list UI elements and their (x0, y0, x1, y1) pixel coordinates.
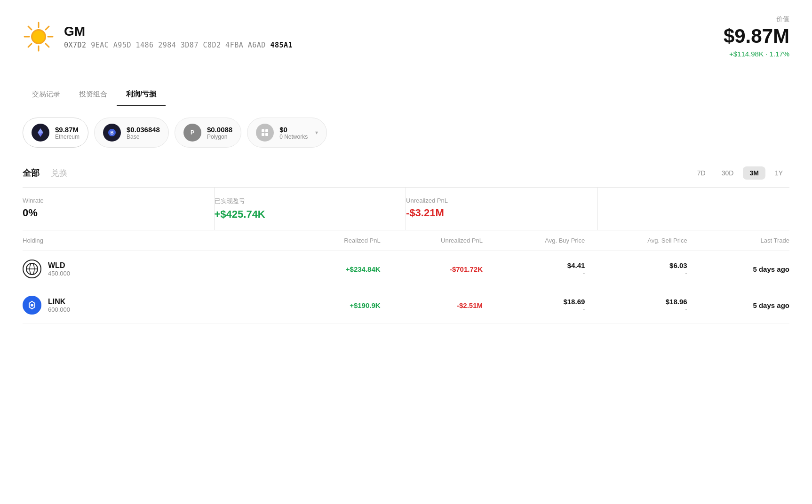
multi-name: 0 Networks (279, 134, 308, 140)
svg-line-6 (28, 26, 32, 30)
value-label: 价值 (724, 15, 789, 24)
link-amount: 600,000 (48, 306, 70, 313)
link-avg-sell-sub: - (585, 306, 687, 313)
wld-holding: WLD 450,000 (23, 260, 278, 278)
polygon-text: $0.0088 Polygon (207, 126, 232, 140)
link-avg-sell: $18.96 - (585, 298, 687, 313)
wld-realized-pnl: +$234.84K (278, 265, 380, 273)
wld-avg-buy-main: $4.41 (483, 261, 585, 269)
network-pills: $9.87M Ethereum B $0.036848 Base P (0, 106, 812, 159)
table-row: WLD 450,000 +$234.84K -$701.72K $4.41 - … (23, 251, 789, 287)
stat-winrate: Winrate 0% (23, 188, 215, 230)
tab-portfolio[interactable]: 投资组合 (70, 83, 117, 106)
th-last-trade: Last Trade (687, 237, 789, 244)
wld-unrealized-pnl: -$701.72K (381, 265, 483, 273)
wld-last-trade-val: 5 days ago (687, 265, 789, 273)
filter-exchange[interactable]: 兑换 (51, 167, 68, 179)
pill-ethereum[interactable]: $9.87M Ethereum (23, 118, 88, 148)
wld-amount: 450,000 (48, 270, 70, 277)
eth-icon (32, 124, 49, 142)
tabs-bar: 交易记录 投资组合 利润/亏损 (0, 83, 812, 106)
link-realized-pnl: +$190.9K (278, 301, 380, 309)
filter-left: 全部 兑换 (23, 167, 68, 179)
time-30d[interactable]: 30D (715, 166, 740, 180)
winrate-value: 0% (23, 207, 214, 219)
header-title: GM (64, 24, 293, 39)
th-realized: Realized PnL (278, 237, 380, 244)
svg-text:B: B (110, 130, 113, 135)
stats-row: Winrate 0% 已实现盈亏 +$425.74K Unrealized Pn… (23, 187, 789, 230)
link-icon (23, 296, 41, 315)
polygon-amount: $0.0088 (207, 126, 232, 134)
header: GM 0X7D2 9EAC A95D 1486 2984 3D87 C8D2 4… (0, 0, 812, 69)
link-avg-sell-main: $18.96 (585, 298, 687, 306)
base-name: Base (127, 134, 160, 140)
svg-rect-16 (262, 129, 264, 132)
svg-point-24 (31, 304, 33, 307)
tab-transactions[interactable]: 交易记录 (23, 83, 70, 106)
filter-all[interactable]: 全部 (23, 167, 40, 179)
stat-unrealized: Unrealized PnL -$3.21M (406, 188, 598, 230)
wld-last-trade: 5 days ago (687, 265, 789, 273)
link-name: LINK (48, 298, 70, 306)
svg-line-8 (46, 26, 49, 30)
page-wrapper: GM 0X7D2 9EAC A95D 1486 2984 3D87 C8D2 4… (0, 0, 812, 504)
time-3m[interactable]: 3M (743, 166, 765, 180)
wld-avg-sell-sub: - (585, 269, 687, 276)
table-header: Holding Realized PnL Unrealized PnL Avg.… (23, 230, 789, 251)
eth-text: $9.87M Ethereum (55, 126, 80, 140)
pill-base[interactable]: B $0.036848 Base (94, 118, 169, 148)
sun-icon (23, 21, 55, 53)
base-amount: $0.036848 (127, 126, 160, 134)
link-unrealized: -$2.51M (381, 301, 483, 309)
unrealized-value: -$3.21M (406, 207, 597, 219)
th-holding: Holding (23, 237, 278, 244)
link-unrealized-pnl: -$2.51M (381, 301, 483, 309)
chevron-down-icon: ▾ (315, 129, 318, 136)
svg-rect-18 (262, 133, 264, 136)
link-info: LINK 600,000 (48, 298, 70, 313)
address-middle: 9EAC A95D 1486 2984 3D87 C8D2 4FBA A6AD (91, 41, 266, 49)
unrealized-label: Unrealized PnL (406, 197, 597, 204)
wld-realized: +$234.84K (278, 265, 380, 273)
link-avg-buy-main: $18.69 (483, 298, 585, 306)
link-avg-buy: $18.69 - (483, 298, 585, 313)
th-avg-sell: Avg. Sell Price (585, 237, 687, 244)
table-row: LINK 600,000 +$190.9K -$2.51M $18.69 - $… (23, 287, 789, 323)
wld-avg-sell: $6.03 - (585, 261, 687, 276)
link-realized: +$190.9K (278, 301, 380, 309)
tab-pnl[interactable]: 利润/亏损 (117, 83, 166, 106)
wld-avg-buy-sub: - (483, 269, 585, 276)
wld-unrealized: -$701.72K (381, 265, 483, 273)
link-avg-buy-sub: - (483, 306, 585, 313)
total-value: $9.87M (724, 25, 789, 47)
multi-amount: $0 (279, 126, 308, 134)
pill-polygon[interactable]: P $0.0088 Polygon (175, 118, 241, 148)
wld-icon (23, 260, 41, 278)
svg-rect-17 (265, 129, 268, 132)
time-1y[interactable]: 1Y (768, 166, 789, 180)
svg-line-9 (28, 44, 32, 47)
time-7d[interactable]: 7D (691, 166, 712, 180)
header-identity: GM 0X7D2 9EAC A95D 1486 2984 3D87 C8D2 4… (64, 24, 293, 49)
value-change: +$114.98K · 1.17% (724, 50, 789, 58)
realized-label: 已实现盈亏 (215, 197, 406, 205)
th-avg-buy: Avg. Buy Price (483, 237, 585, 244)
winrate-label: Winrate (23, 197, 214, 204)
address-suffix: 485A1 (270, 41, 293, 49)
svg-text:P: P (191, 129, 194, 136)
table-container: Holding Realized PnL Unrealized PnL Avg.… (23, 230, 789, 323)
polygon-icon: P (183, 124, 201, 142)
header-right: 价值 $9.87M +$114.98K · 1.17% (724, 15, 789, 58)
stat-empty (598, 188, 790, 230)
pill-multi[interactable]: $0 0 Networks ▾ (247, 118, 327, 148)
eth-amount: $9.87M (55, 126, 80, 134)
base-icon: B (103, 124, 121, 142)
svg-line-7 (46, 44, 49, 47)
multi-icon (256, 124, 274, 142)
svg-rect-19 (265, 133, 268, 136)
multi-text: $0 0 Networks (279, 126, 308, 140)
link-last-trade: 5 days ago (687, 301, 789, 309)
wld-avg-buy: $4.41 - (483, 261, 585, 276)
address-prefix: 0X7D2 (64, 41, 87, 49)
